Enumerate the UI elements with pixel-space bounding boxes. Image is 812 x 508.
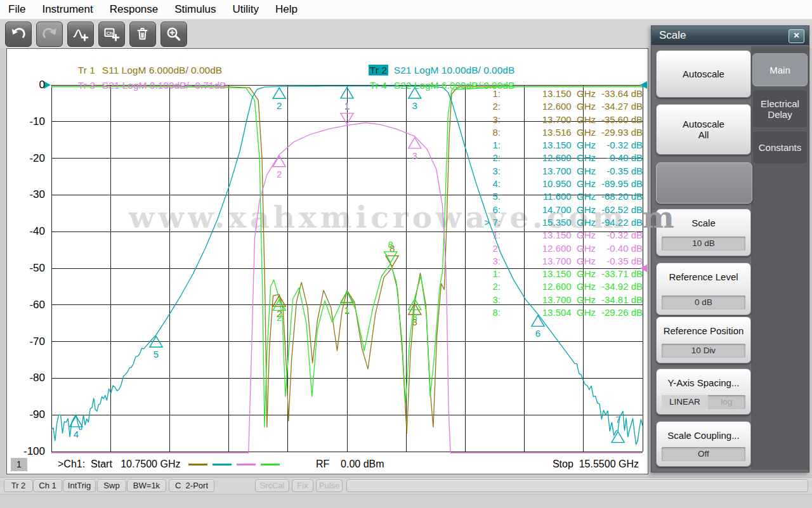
marker-number: 3: — [473, 114, 501, 126]
marker-frequency: 13.700 GHz — [501, 165, 596, 178]
marker-readout-row: 4:10.950 GHz-89.95 dB — [473, 178, 643, 190]
redo-button[interactable] — [36, 22, 63, 47]
add-channel-button[interactable]: Ch — [98, 22, 125, 47]
status-item-swp[interactable]: Swp — [97, 479, 126, 492]
reference-position-button[interactable]: Reference Position 10 Div — [656, 316, 751, 363]
marker-value: -29.93 dB — [596, 126, 643, 139]
marker-readout-row: 2:12.600 GHz-0.40 dB — [473, 242, 643, 255]
scale-value: 10 dB — [662, 237, 745, 251]
autoscale-all-button[interactable]: Autoscale All — [656, 104, 751, 155]
marker-8-label: 8 — [388, 239, 393, 250]
marker-3-triangle[interactable] — [409, 138, 421, 148]
close-icon[interactable]: ✕ — [789, 29, 804, 43]
trace4-color-key — [261, 464, 280, 466]
marker-6-label: 6 — [535, 328, 540, 339]
marker-value: -34.92 dB — [596, 280, 643, 293]
marker-frequency: 14.700 GHz — [501, 204, 596, 216]
status-item-c-2-port[interactable]: C 2-Port — [169, 479, 214, 492]
marker-value: -62.52 dB — [596, 204, 643, 216]
status-item-tr-2[interactable]: Tr 2 — [4, 479, 33, 492]
status-item-empty — [346, 479, 808, 492]
rf-power-label[interactable]: RF 0.00 dBm — [316, 459, 384, 470]
marker-value: -68.20 dB — [596, 190, 643, 203]
stimulus-stop-label[interactable]: Stop 15.5500 GHz — [553, 459, 639, 470]
marker-value: -34.81 dB — [596, 294, 643, 306]
status-item-ch-1[interactable]: Ch 1 — [33, 479, 62, 492]
trace-format-tr4: S22 LogM 6.000dB/ 0.00dB — [394, 80, 514, 91]
delete-button[interactable] — [129, 22, 156, 47]
svg-text:Ch: Ch — [107, 30, 114, 36]
y-axis-tick: -60 — [8, 299, 45, 311]
marker-value: -0.35 dB — [596, 255, 643, 268]
marker-frequency: 13.700 GHz — [501, 114, 596, 126]
y-axis-tick: -10 — [8, 115, 45, 128]
marker-5-label: 5 — [154, 349, 159, 360]
marker-2-triangle[interactable] — [273, 88, 285, 98]
autoscale-all-button-label: Autoscale All — [683, 119, 724, 140]
trace3-color-key — [237, 464, 256, 466]
marker-number: 3: — [473, 294, 501, 306]
marker-value: -29.26 dB — [596, 306, 643, 319]
scale-coupling-button[interactable]: Scale Coupling... Off — [656, 421, 751, 467]
y-axis-tick: -30 — [8, 188, 45, 201]
marker-frequency: 13.516 GHz — [501, 126, 596, 139]
menu-item-instrument[interactable]: Instrument — [34, 3, 101, 16]
marker-number: 2: — [473, 242, 501, 255]
tab-electrical-delay[interactable]: Electrical Delay — [752, 89, 808, 128]
marker-frequency: 10.950 GHz — [501, 178, 596, 190]
trace2-color-key — [213, 464, 232, 466]
menu-item-help[interactable]: Help — [267, 3, 306, 16]
tab-constants[interactable]: Constants — [752, 131, 808, 164]
zoom-button[interactable] — [160, 22, 187, 47]
marker-2-label: 2 — [277, 100, 282, 111]
y-axis-spacing-linear: LINEAR — [662, 395, 708, 409]
trace-legend-tr4[interactable]: Tr 4S22 LogM 6.000dB/ 0.00dB — [352, 68, 514, 103]
application-window: File Instrument Response Stimulus Utilit… — [0, 0, 812, 508]
menu-item-response[interactable]: Response — [102, 3, 167, 16]
marker-frequency: 12.600 GHz — [501, 280, 596, 293]
undo-icon — [10, 26, 27, 42]
bottom-strip — [0, 494, 812, 508]
marker-1-label: 1 — [344, 305, 350, 316]
trace-id-tr4: Tr 4 — [369, 80, 388, 91]
marker-readout-row: 1:13.150 GHz-0.32 dB — [473, 139, 643, 152]
marker-4-label: 4 — [74, 429, 79, 440]
y-axis-tick: -100 — [8, 445, 45, 458]
marker-number: > 7: — [473, 216, 501, 229]
marker-readout-row: 8:13.516 GHz-29.93 dB — [473, 126, 643, 139]
marker-frequency: 13.150 GHz — [501, 139, 596, 152]
redo-icon — [41, 26, 58, 42]
status-bar: Tr 2Ch 1IntTrigSwpBW=1kC 2-PortSrcCalFix… — [0, 477, 812, 494]
status-item-inttrig[interactable]: IntTrig — [63, 479, 96, 492]
trace-id-tr3: Tr 3 — [77, 80, 96, 91]
stimulus-start-label[interactable]: >Ch1: Start 10.7500 GHz — [58, 459, 180, 470]
autoscale-button[interactable]: Autoscale — [656, 50, 751, 98]
marker-frequency: 12.600 GHz — [501, 152, 596, 164]
status-item-pulse[interactable]: Pulse — [316, 479, 343, 492]
y-axis-tick: -50 — [8, 262, 45, 275]
menu-item-utility[interactable]: Utility — [224, 3, 267, 16]
marker-2-label: 2 — [277, 312, 282, 323]
y-axis-tick: -80 — [8, 372, 45, 384]
add-trace-button[interactable] — [67, 22, 94, 47]
trash-icon — [134, 26, 151, 42]
marker-frequency: 13.150 GHz — [501, 268, 596, 280]
status-item-fix[interactable]: Fix — [292, 479, 313, 492]
y-axis-spacing-label: Y-Axis Spacing... — [657, 377, 750, 388]
marker-frequency: 12.600 GHz — [501, 242, 596, 255]
trace-legend-tr3[interactable]: Tr 3S21 LogM 0.100dB/ -0.71dB — [60, 68, 226, 103]
status-item-bw-1k[interactable]: BW=1k — [127, 479, 166, 492]
y-axis-spacing-log: log — [708, 395, 745, 409]
marker-value: -33.71 dB — [596, 268, 643, 280]
menu-item-stimulus[interactable]: Stimulus — [166, 3, 224, 16]
y-axis-spacing-value: LINEAR log — [662, 395, 745, 409]
panel-title: Scale — [652, 26, 809, 45]
menu-item-file[interactable]: File — [0, 3, 34, 16]
undo-button[interactable] — [5, 22, 32, 47]
reference-level-button[interactable]: Reference Level 0 dB — [656, 263, 751, 315]
scale-panel: Scale ✕ Main Electrical Delay Constants … — [651, 25, 809, 472]
status-item-srccal[interactable]: SrcCal — [255, 479, 289, 492]
y-axis-spacing-button[interactable]: Y-Axis Spacing... LINEAR log — [656, 368, 751, 415]
tab-main[interactable]: Main — [752, 53, 808, 86]
channel-plot-window: Tr 1S11 LogM 6.000dB/ 0.00dB Tr 2S21 Log… — [6, 48, 648, 474]
